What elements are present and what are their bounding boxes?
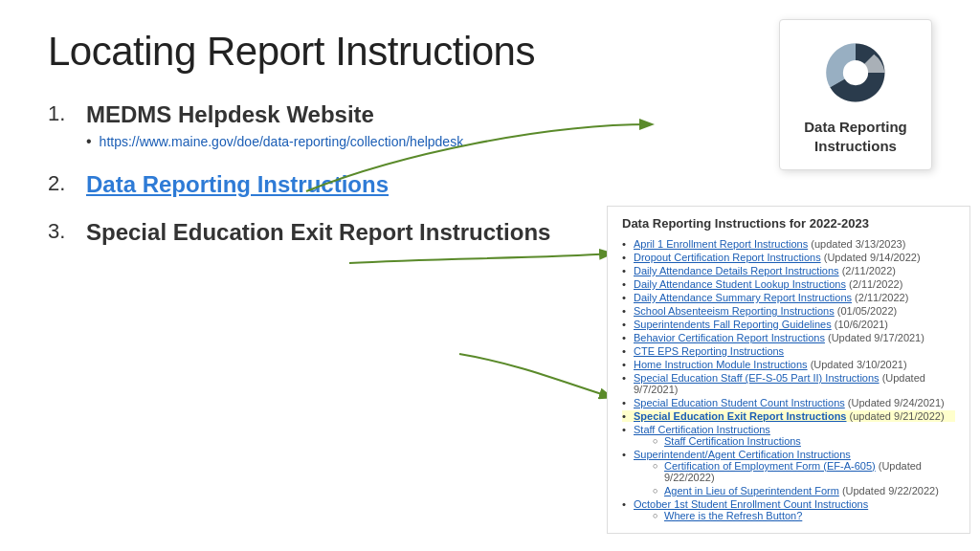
pie-chart-icon (822, 39, 889, 106)
item-2-content: Data Reporting Instructions (86, 171, 389, 198)
dri-box-title: Data Reporting Instructions for 2022-202… (622, 216, 955, 231)
dri-list: April 1 Enrollment Report Instructions (… (622, 238, 955, 521)
main-container: Locating Report Instructions Data Report… (0, 0, 980, 286)
dri-entry-10: Home Instruction Module Instructions (Up… (622, 359, 955, 370)
dri-sub-15-1: Certification of Employment Form (EF-A-6… (653, 460, 955, 483)
card-label: Data ReportingInstructions (804, 118, 907, 155)
dri-entry-11: Special Education Staff (EF-S-05 Part II… (622, 372, 955, 395)
dri-entry-13-highlighted: Special Education Exit Report Instructio… (622, 410, 955, 422)
dri-entry-14: Staff Certification Instructions Staff C… (622, 424, 955, 447)
dri-sub-list-15: Certification of Employment Form (EF-A-6… (634, 460, 955, 496)
dri-entry-9: CTE EPS Reporting Instructions (622, 345, 955, 357)
item-1-content: MEDMS Helpdesk Website https://www.maine… (86, 101, 463, 150)
dri-entry-15: Superintendent/Agent Certification Instr… (622, 449, 955, 496)
dri-entry-3: Daily Attendance Details Report Instruct… (622, 265, 955, 276)
dri-entry-2: Dropout Certification Report Instruction… (622, 252, 955, 263)
dri-entry-12: Special Education Student Count Instruct… (622, 397, 955, 408)
dri-entry-8: Behavior Certification Report Instructio… (622, 332, 955, 343)
helpdesk-link[interactable]: https://www.maine.gov/doe/data-reporting… (100, 134, 464, 149)
dri-sub-list-16: Where is the Refresh Button? (634, 510, 955, 521)
item-1-title: MEDMS Helpdesk Website (86, 101, 463, 128)
data-reporting-card: Data ReportingInstructions (779, 19, 932, 170)
dri-box: Data Reporting Instructions for 2022-202… (607, 206, 970, 534)
dri-entry-1: April 1 Enrollment Report Instructions (… (622, 238, 955, 250)
item-1-number: 1. (48, 101, 86, 126)
list-item-2: 2. Data Reporting Instructions (48, 171, 932, 198)
dri-sub-15-2: Agent in Lieu of Superintendent Form (Up… (653, 485, 955, 496)
dri-sub-16-1: Where is the Refresh Button? (653, 510, 955, 521)
item-2-number: 2. (48, 171, 86, 196)
item-3-title: Special Education Exit Report Instructio… (86, 219, 550, 246)
item-1-bullet: https://www.maine.gov/doe/data-reporting… (86, 133, 463, 150)
dri-entry-16: October 1st Student Enrollment Count Ins… (622, 498, 955, 521)
dri-entry-5: Daily Attendance Summary Report Instruct… (622, 292, 955, 303)
dri-sub-list-14: Staff Certification Instructions (634, 435, 955, 447)
item-2-title[interactable]: Data Reporting Instructions (86, 171, 389, 198)
dri-entry-4: Daily Attendance Student Lookup Instruct… (622, 278, 955, 290)
dri-entry-6: School Absenteeism Reporting Instruction… (622, 305, 955, 317)
dri-entry-7: Superintendents Fall Reporting Guideline… (622, 319, 955, 330)
item-3-content: Special Education Exit Report Instructio… (86, 219, 550, 246)
dri-sub-14-1: Staff Certification Instructions (653, 435, 955, 447)
item-3-number: 3. (48, 219, 86, 244)
